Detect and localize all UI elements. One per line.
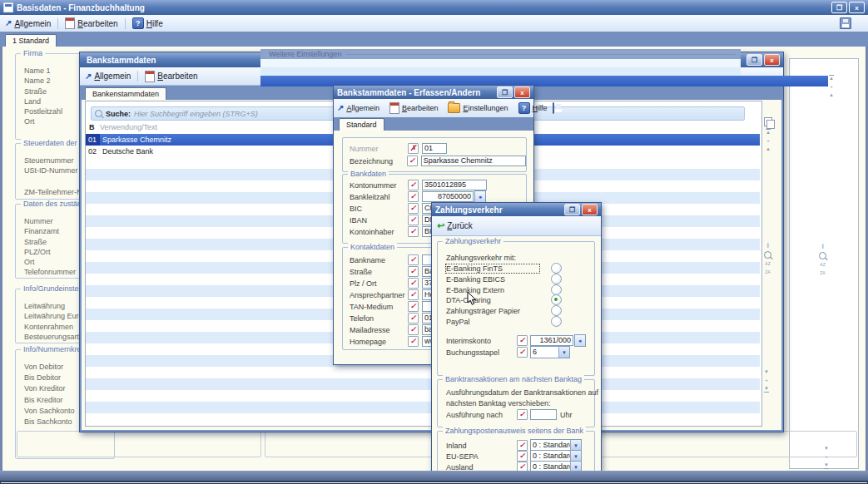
main-titlebar: Basisdaten - Finanzbuchhaltung ❐ x [0, 0, 868, 15]
scroll-bottom-icon[interactable]: ▼ [824, 462, 829, 469]
scroll-top-icon[interactable]: ▲ [829, 75, 834, 81]
save-icon[interactable] [553, 102, 554, 114]
bank-close-button[interactable]: x [764, 54, 780, 66]
window-border-bottom [0, 471, 868, 481]
sort-za-icon[interactable]: ZA [820, 270, 825, 276]
tab-standard[interactable]: Standard [339, 118, 384, 131]
check-toggle-icon[interactable]: ✓ [408, 313, 419, 323]
check-toggle-icon[interactable]: ✓ [408, 226, 419, 237]
sort-za-icon[interactable]: ZA [765, 269, 770, 275]
edit-menu-hilfe[interactable]: ? Hilfe [518, 102, 548, 114]
radio-zahlungstraeger-papier[interactable] [551, 305, 562, 316]
add-row-icon[interactable]: + [825, 454, 828, 460]
bezeichnung-field[interactable]: Sparkasse Chemnitz [421, 156, 526, 166]
bank-menu-allgemein[interactable]: ↗ Allgemein [85, 72, 131, 81]
scroll-up-icon[interactable]: ▲ [766, 146, 771, 152]
column-header-verwendung[interactable]: Verwendung/Text [100, 123, 157, 134]
ausfuehrung-nach-field[interactable] [530, 409, 557, 420]
check-toggle-icon[interactable]: ✓ [408, 180, 419, 190]
lookup-button[interactable]: ● [474, 190, 486, 203]
payment-close-button[interactable]: x [582, 204, 598, 215]
row-id: 01 [86, 134, 100, 146]
buchungsstapel-dropdown[interactable]: 6 ▼ [530, 346, 570, 358]
edit-close-button[interactable]: x [514, 86, 530, 98]
bankleitzahl-field[interactable]: 87050000 [422, 191, 474, 202]
background-list-nav-top[interactable]: ▲ + ▲ [829, 75, 834, 98]
check-toggle-icon[interactable]: ✓ [407, 156, 418, 166]
radio-row[interactable]: PayPal [446, 316, 594, 327]
add-row-icon[interactable]: + [766, 138, 770, 144]
add-row-icon[interactable]: + [830, 84, 833, 90]
columns-icon[interactable]: ∥ [821, 244, 824, 249]
interimskonto-field[interactable]: 1361/000 [530, 335, 573, 346]
sort-az-icon[interactable]: AZ [765, 261, 770, 267]
check-toggle-icon[interactable]: ✓ [517, 451, 528, 462]
tab-1-standard[interactable]: 1 Standard [5, 34, 57, 47]
lookup-button[interactable]: ● [574, 334, 586, 347]
kontonummer-field[interactable]: 3501012895 [422, 180, 487, 190]
check-toggle-icon[interactable]: ✓ [408, 254, 419, 265]
bearbeiten-icon [389, 102, 399, 114]
add-row-icon[interactable]: + [765, 378, 768, 383]
search-icon[interactable] [819, 252, 826, 259]
radio-ebanking-fints[interactable] [551, 263, 562, 274]
scroll-bottom-icon[interactable]: ▼ [764, 386, 769, 393]
field-label: Bezeichnung [350, 157, 407, 165]
check-toggle-icon[interactable]: ✓ [408, 191, 419, 202]
bank-menu-bearbeiten[interactable]: Bearbeiten [145, 71, 197, 82]
payment-restore-button[interactable]: ❐ [564, 204, 580, 215]
scroll-up-icon[interactable]: ▲ [829, 92, 834, 98]
radio-dta-clearing[interactable] [551, 294, 562, 305]
tab-bankenstammdaten[interactable]: Bankenstammdaten [85, 87, 166, 100]
edit-restore-button[interactable]: ❐ [497, 86, 513, 98]
edit-titlebar[interactable]: Bankstammdaten - Erfassen/Ändern ❐ x [334, 86, 533, 99]
columns-icon[interactable]: ∥ [766, 243, 769, 249]
sort-az-icon[interactable]: AZ [820, 262, 825, 268]
radio-row[interactable]: E-Banking FinTS [446, 263, 594, 274]
main-close-button[interactable]: x [849, 2, 865, 13]
scroll-down-icon[interactable]: ▼ [764, 369, 769, 375]
main-menu-bearbeiten[interactable]: Bearbeiten [65, 17, 117, 29]
bank-restore-button[interactable]: ❐ [746, 54, 762, 66]
check-toggle-icon[interactable]: ✓ [408, 215, 419, 225]
search-icon[interactable] [764, 251, 771, 259]
check-toggle-icon[interactable]: ✓ [517, 335, 528, 346]
radio-row[interactable]: E-Banking EBICS [446, 274, 594, 284]
check-toggle-icon[interactable]: ✓ [517, 347, 528, 358]
bank-list-nav-top[interactable]: ▲ + ▲ [764, 117, 772, 152]
save-icon[interactable] [840, 17, 851, 29]
main-menu-hilfe[interactable]: ? Hilfe [132, 17, 163, 29]
scroll-top-icon[interactable]: ▲ [766, 129, 771, 136]
bank-list-nav-bottom[interactable]: ▼ + ▼ [764, 369, 769, 393]
edit-menu-allgemein[interactable]: ↗ Allgemein [337, 104, 379, 112]
radio-ebanking-ebics[interactable] [551, 274, 562, 284]
edit-menu-einstellungen[interactable]: Einstellungen [448, 103, 508, 113]
background-list-tools[interactable]: ∥ AZ ZA [819, 244, 826, 276]
column-header-b[interactable]: B [86, 123, 100, 134]
search-input[interactable]: Hier Suchbegriff eingeben (STRG+S) [134, 110, 258, 118]
copy-pages-icon[interactable] [764, 117, 772, 126]
check-toggle-icon[interactable]: ✓ [408, 203, 419, 214]
cross-toggle-icon[interactable]: ✗ [408, 143, 419, 154]
field-label: Inland [446, 442, 517, 450]
check-toggle-icon[interactable]: ✓ [408, 324, 419, 335]
radio-paypal[interactable] [551, 316, 562, 327]
scroll-down-icon[interactable]: ▼ [824, 446, 829, 452]
radio-row[interactable]: Zahlungsträger Papier [446, 305, 594, 316]
nummer-field[interactable]: 01 [422, 143, 447, 154]
check-toggle-icon[interactable]: ✓ [408, 266, 419, 277]
check-toggle-icon[interactable]: ✓ [408, 278, 419, 289]
bank-list-tools[interactable]: ∥ AZ ZA [764, 243, 771, 275]
check-toggle-icon[interactable]: ✓ [408, 336, 419, 347]
background-list-nav-bottom[interactable]: ▼ + ▼ [824, 446, 829, 469]
chevron-down-icon[interactable]: ▼ [558, 347, 569, 358]
payment-titlebar[interactable]: Zahlungsverkehr ❐ x [432, 203, 601, 216]
check-toggle-icon[interactable]: ✓ [517, 409, 528, 420]
edit-menu-bearbeiten[interactable]: Bearbeiten [389, 102, 439, 114]
check-toggle-icon[interactable]: ✓ [517, 440, 528, 451]
main-menu-allgemein[interactable]: ↗ Allgemein [5, 19, 51, 28]
zurueck-button[interactable]: ↩ Zurück [437, 221, 473, 230]
check-toggle-icon[interactable]: ✓ [408, 289, 419, 300]
main-restore-button[interactable]: ❐ [831, 2, 847, 13]
check-toggle-icon[interactable]: ✓ [408, 301, 419, 312]
